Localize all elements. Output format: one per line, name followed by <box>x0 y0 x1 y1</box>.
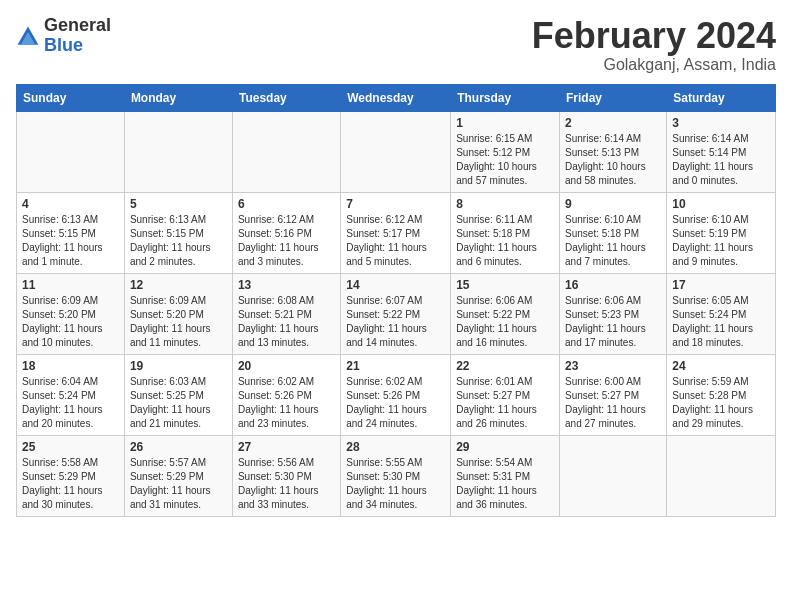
calendar-cell: 16Sunrise: 6:06 AMSunset: 5:23 PMDayligh… <box>560 273 667 354</box>
calendar-header-row: SundayMondayTuesdayWednesdayThursdayFrid… <box>17 84 776 111</box>
calendar-cell: 5Sunrise: 6:13 AMSunset: 5:15 PMDaylight… <box>124 192 232 273</box>
day-number: 12 <box>130 278 227 292</box>
day-number: 21 <box>346 359 445 373</box>
calendar-cell: 12Sunrise: 6:09 AMSunset: 5:20 PMDayligh… <box>124 273 232 354</box>
calendar-cell: 25Sunrise: 5:58 AMSunset: 5:29 PMDayligh… <box>17 435 125 516</box>
day-info: Sunrise: 6:12 AMSunset: 5:17 PMDaylight:… <box>346 213 445 269</box>
calendar-cell: 17Sunrise: 6:05 AMSunset: 5:24 PMDayligh… <box>667 273 776 354</box>
day-info: Sunrise: 6:15 AMSunset: 5:12 PMDaylight:… <box>456 132 554 188</box>
calendar-cell <box>232 111 340 192</box>
day-number: 17 <box>672 278 770 292</box>
week-row-1: 1Sunrise: 6:15 AMSunset: 5:12 PMDaylight… <box>17 111 776 192</box>
calendar-cell: 29Sunrise: 5:54 AMSunset: 5:31 PMDayligh… <box>451 435 560 516</box>
logo-general: General <box>44 15 111 35</box>
day-info: Sunrise: 6:06 AMSunset: 5:22 PMDaylight:… <box>456 294 554 350</box>
day-info: Sunrise: 6:00 AMSunset: 5:27 PMDaylight:… <box>565 375 661 431</box>
day-number: 10 <box>672 197 770 211</box>
day-number: 4 <box>22 197 119 211</box>
day-info: Sunrise: 6:14 AMSunset: 5:13 PMDaylight:… <box>565 132 661 188</box>
page-header: General Blue February 2024 Golakganj, As… <box>16 16 776 74</box>
day-number: 14 <box>346 278 445 292</box>
header-tuesday: Tuesday <box>232 84 340 111</box>
calendar-cell: 3Sunrise: 6:14 AMSunset: 5:14 PMDaylight… <box>667 111 776 192</box>
day-number: 19 <box>130 359 227 373</box>
calendar-cell: 19Sunrise: 6:03 AMSunset: 5:25 PMDayligh… <box>124 354 232 435</box>
month-title: February 2024 <box>532 16 776 56</box>
day-info: Sunrise: 6:02 AMSunset: 5:26 PMDaylight:… <box>238 375 335 431</box>
day-number: 15 <box>456 278 554 292</box>
day-info: Sunrise: 5:57 AMSunset: 5:29 PMDaylight:… <box>130 456 227 512</box>
calendar-cell <box>124 111 232 192</box>
day-info: Sunrise: 6:11 AMSunset: 5:18 PMDaylight:… <box>456 213 554 269</box>
calendar-cell: 4Sunrise: 6:13 AMSunset: 5:15 PMDaylight… <box>17 192 125 273</box>
logo: General Blue <box>16 16 111 56</box>
day-number: 1 <box>456 116 554 130</box>
calendar-cell: 21Sunrise: 6:02 AMSunset: 5:26 PMDayligh… <box>341 354 451 435</box>
day-number: 22 <box>456 359 554 373</box>
header-wednesday: Wednesday <box>341 84 451 111</box>
day-info: Sunrise: 6:02 AMSunset: 5:26 PMDaylight:… <box>346 375 445 431</box>
day-number: 27 <box>238 440 335 454</box>
calendar-cell: 26Sunrise: 5:57 AMSunset: 5:29 PMDayligh… <box>124 435 232 516</box>
calendar-cell: 6Sunrise: 6:12 AMSunset: 5:16 PMDaylight… <box>232 192 340 273</box>
calendar-table: SundayMondayTuesdayWednesdayThursdayFrid… <box>16 84 776 517</box>
calendar-cell: 22Sunrise: 6:01 AMSunset: 5:27 PMDayligh… <box>451 354 560 435</box>
calendar-cell <box>341 111 451 192</box>
day-number: 9 <box>565 197 661 211</box>
calendar-cell: 28Sunrise: 5:55 AMSunset: 5:30 PMDayligh… <box>341 435 451 516</box>
calendar-cell: 9Sunrise: 6:10 AMSunset: 5:18 PMDaylight… <box>560 192 667 273</box>
calendar-cell: 13Sunrise: 6:08 AMSunset: 5:21 PMDayligh… <box>232 273 340 354</box>
day-number: 13 <box>238 278 335 292</box>
day-number: 3 <box>672 116 770 130</box>
week-row-3: 11Sunrise: 6:09 AMSunset: 5:20 PMDayligh… <box>17 273 776 354</box>
day-info: Sunrise: 6:08 AMSunset: 5:21 PMDaylight:… <box>238 294 335 350</box>
day-number: 29 <box>456 440 554 454</box>
day-number: 2 <box>565 116 661 130</box>
day-info: Sunrise: 6:01 AMSunset: 5:27 PMDaylight:… <box>456 375 554 431</box>
day-number: 11 <box>22 278 119 292</box>
calendar-cell <box>560 435 667 516</box>
day-info: Sunrise: 6:13 AMSunset: 5:15 PMDaylight:… <box>130 213 227 269</box>
calendar-cell: 14Sunrise: 6:07 AMSunset: 5:22 PMDayligh… <box>341 273 451 354</box>
day-info: Sunrise: 6:10 AMSunset: 5:18 PMDaylight:… <box>565 213 661 269</box>
calendar-cell: 24Sunrise: 5:59 AMSunset: 5:28 PMDayligh… <box>667 354 776 435</box>
day-info: Sunrise: 6:13 AMSunset: 5:15 PMDaylight:… <box>22 213 119 269</box>
calendar-cell: 8Sunrise: 6:11 AMSunset: 5:18 PMDaylight… <box>451 192 560 273</box>
day-number: 5 <box>130 197 227 211</box>
header-monday: Monday <box>124 84 232 111</box>
day-info: Sunrise: 6:03 AMSunset: 5:25 PMDaylight:… <box>130 375 227 431</box>
day-number: 25 <box>22 440 119 454</box>
day-info: Sunrise: 5:59 AMSunset: 5:28 PMDaylight:… <box>672 375 770 431</box>
day-number: 24 <box>672 359 770 373</box>
calendar-cell: 11Sunrise: 6:09 AMSunset: 5:20 PMDayligh… <box>17 273 125 354</box>
calendar-cell: 23Sunrise: 6:00 AMSunset: 5:27 PMDayligh… <box>560 354 667 435</box>
calendar-cell: 1Sunrise: 6:15 AMSunset: 5:12 PMDaylight… <box>451 111 560 192</box>
day-number: 6 <box>238 197 335 211</box>
location: Golakganj, Assam, India <box>532 56 776 74</box>
day-info: Sunrise: 6:05 AMSunset: 5:24 PMDaylight:… <box>672 294 770 350</box>
week-row-2: 4Sunrise: 6:13 AMSunset: 5:15 PMDaylight… <box>17 192 776 273</box>
week-row-4: 18Sunrise: 6:04 AMSunset: 5:24 PMDayligh… <box>17 354 776 435</box>
week-row-5: 25Sunrise: 5:58 AMSunset: 5:29 PMDayligh… <box>17 435 776 516</box>
day-number: 7 <box>346 197 445 211</box>
day-number: 20 <box>238 359 335 373</box>
logo-blue: Blue <box>44 35 83 55</box>
day-info: Sunrise: 6:09 AMSunset: 5:20 PMDaylight:… <box>22 294 119 350</box>
calendar-cell <box>17 111 125 192</box>
logo-text: General Blue <box>44 16 111 56</box>
day-info: Sunrise: 6:07 AMSunset: 5:22 PMDaylight:… <box>346 294 445 350</box>
header-saturday: Saturday <box>667 84 776 111</box>
day-info: Sunrise: 5:54 AMSunset: 5:31 PMDaylight:… <box>456 456 554 512</box>
header-sunday: Sunday <box>17 84 125 111</box>
day-number: 28 <box>346 440 445 454</box>
day-info: Sunrise: 6:06 AMSunset: 5:23 PMDaylight:… <box>565 294 661 350</box>
day-info: Sunrise: 5:58 AMSunset: 5:29 PMDaylight:… <box>22 456 119 512</box>
day-info: Sunrise: 6:04 AMSunset: 5:24 PMDaylight:… <box>22 375 119 431</box>
calendar-cell: 27Sunrise: 5:56 AMSunset: 5:30 PMDayligh… <box>232 435 340 516</box>
calendar-cell <box>667 435 776 516</box>
title-area: February 2024 Golakganj, Assam, India <box>532 16 776 74</box>
calendar-cell: 7Sunrise: 6:12 AMSunset: 5:17 PMDaylight… <box>341 192 451 273</box>
day-number: 18 <box>22 359 119 373</box>
day-info: Sunrise: 6:14 AMSunset: 5:14 PMDaylight:… <box>672 132 770 188</box>
logo-icon <box>16 24 40 48</box>
